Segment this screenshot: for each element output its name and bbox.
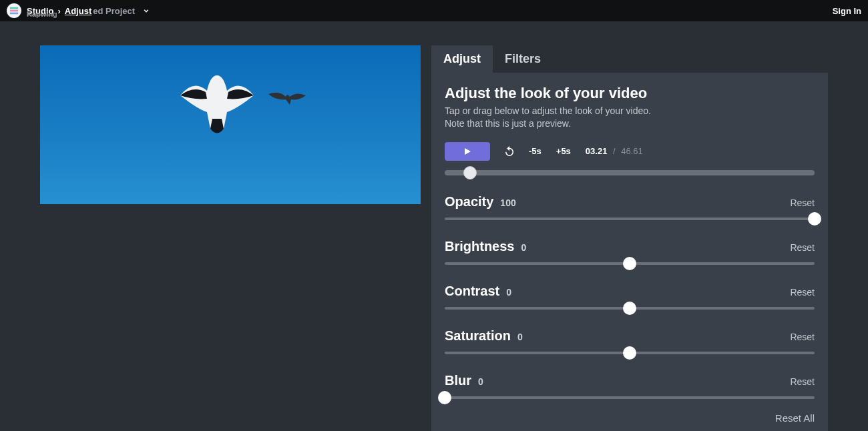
play-icon: [463, 147, 471, 155]
seek-forward-5s[interactable]: +5s: [556, 146, 571, 156]
slider-value: 0: [521, 242, 526, 253]
preview-bird-icon: [174, 72, 260, 139]
slider-name: Contrast: [445, 284, 499, 299]
breadcrumb-adjust[interactable]: Adjust: [65, 6, 91, 16]
slider-reset[interactable]: Reset: [790, 197, 815, 208]
replay-icon: [503, 145, 515, 157]
slider-reset[interactable]: Reset: [790, 376, 815, 387]
slider-reset[interactable]: Reset: [790, 287, 815, 298]
panel-heading: Adjust the look of your video: [445, 85, 815, 102]
slider-value: 100: [500, 197, 515, 208]
slider-reset[interactable]: Reset: [790, 242, 815, 253]
time-total: 46.61: [621, 146, 643, 156]
panel-subheading-1: Tap or drag below to adjust the look of …: [445, 105, 815, 117]
slider-reset[interactable]: Reset: [790, 332, 815, 342]
reset-all-link[interactable]: Reset All: [445, 412, 815, 424]
time-current: 03.21: [586, 146, 608, 156]
slider-track[interactable]: [445, 396, 815, 400]
chevron-down-icon[interactable]: [142, 6, 151, 15]
top-bar: Studio › Adjust ed Project Kapwing Sign …: [0, 0, 868, 21]
slider-track[interactable]: [445, 307, 815, 311]
logo-icon: [9, 6, 19, 15]
slider-opacity: Opacity100Reset: [445, 194, 815, 222]
app-logo[interactable]: [7, 3, 21, 18]
timeline-scrubber[interactable]: [445, 170, 815, 177]
tab-filters[interactable]: Filters: [493, 45, 553, 73]
timeline-thumb[interactable]: [463, 166, 477, 179]
project-name-tail: ed Project: [93, 6, 135, 16]
slider-name: Brightness: [445, 239, 514, 254]
preview-bird2-icon: [267, 89, 307, 109]
slider-thumb[interactable]: [808, 212, 821, 226]
slider-name: Opacity: [445, 194, 493, 209]
video-preview[interactable]: [40, 45, 421, 204]
slider-brightness: Brightness0Reset: [445, 239, 815, 266]
sign-in-link[interactable]: Sign In: [833, 6, 861, 16]
playback-controls: -5s +5s 03.21 / 46.61: [445, 142, 815, 161]
svg-rect-1: [10, 10, 18, 12]
slider-thumb[interactable]: [623, 346, 636, 360]
slider-thumb[interactable]: [438, 391, 451, 404]
slider-value: 0: [506, 287, 511, 298]
replay-button[interactable]: [502, 144, 517, 159]
slider-value: 0: [517, 332, 523, 342]
breadcrumb-separator: ›: [57, 6, 60, 16]
adjust-panel: Adjust Filters Adjust the look of your v…: [431, 45, 828, 431]
slider-name: Blur: [445, 373, 471, 388]
slider-name: Saturation: [445, 328, 511, 344]
tab-adjust[interactable]: Adjust: [431, 45, 493, 73]
slider-value: 0: [478, 376, 483, 387]
slider-track[interactable]: [445, 218, 815, 222]
slider-saturation: Saturation0Reset: [445, 328, 815, 356]
breadcrumb: Studio › Adjust ed Project Kapwing: [27, 6, 151, 16]
slider-blur: Blur0Reset: [445, 373, 815, 400]
slider-thumb[interactable]: [623, 302, 636, 315]
svg-rect-2: [10, 13, 18, 15]
panel-subheading-2: Note that this is just a preview.: [445, 117, 815, 130]
slider-contrast: Contrast0Reset: [445, 284, 815, 311]
play-button[interactable]: [445, 142, 490, 161]
slider-track[interactable]: [445, 352, 815, 356]
seek-back-5s[interactable]: -5s: [529, 146, 541, 156]
slider-thumb[interactable]: [623, 257, 636, 270]
app-name-overlay: Kapwing: [27, 10, 57, 18]
svg-rect-0: [10, 7, 18, 9]
slider-track[interactable]: [445, 262, 815, 266]
timecode: 03.21 / 46.61: [586, 146, 643, 156]
tab-bar: Adjust Filters: [431, 45, 828, 73]
